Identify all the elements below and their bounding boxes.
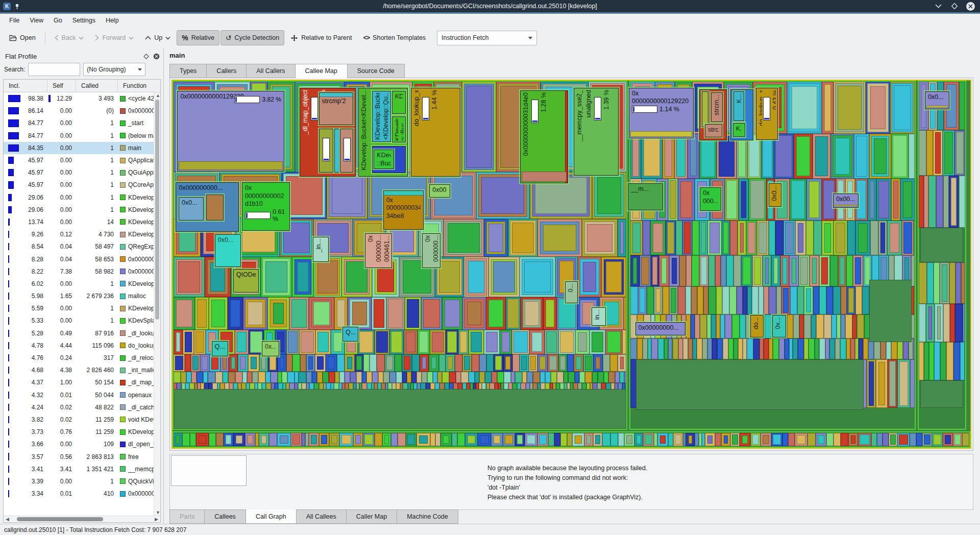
treemap-cell[interactable] [678,179,695,221]
treemap-cell[interactable] [467,383,470,390]
treemap-cell[interactable] [877,433,883,446]
treemap-cell[interactable] [669,286,678,314]
treemap-cell[interactable] [551,372,557,383]
table-row[interactable]: 3.730.7611 259KDevelop:: [4,426,160,438]
treemap-cell[interactable] [926,304,935,342]
treemap-cell[interactable] [871,433,877,446]
treemap-cell[interactable] [922,433,932,446]
treemap-cell[interactable] [526,383,530,390]
treemap-cell[interactable] [278,354,286,372]
treemap-block[interactable]: 0x00000000... [635,322,685,335]
treemap-cell[interactable] [781,286,790,314]
treemap-cell[interactable] [630,134,641,179]
treemap-cell[interactable] [643,433,654,446]
treemap-cell[interactable] [779,338,785,359]
treemap-cell[interactable] [229,383,233,390]
treemap-cell[interactable] [560,383,564,390]
treemap-cell[interactable] [752,255,763,286]
treemap-cell[interactable] [863,338,868,359]
treemap-cell[interactable] [624,372,626,383]
table-row[interactable]: 5.590.001KDevelop:: [4,302,160,314]
treemap-cell[interactable] [788,433,795,446]
close-button[interactable] [966,2,975,11]
treemap-cell[interactable] [233,383,238,390]
treemap-cell[interactable] [269,433,277,446]
treemap-block[interactable]: __memcpy_sse2_unaligned1.39 % [574,88,619,176]
treemap-cell[interactable] [319,383,324,390]
treemap-cell[interactable] [876,179,891,221]
treemap-cell[interactable] [643,338,648,359]
treemap-cell[interactable] [949,262,955,304]
treemap-cell[interactable] [402,372,407,383]
treemap-cell[interactable] [545,372,551,383]
treemap-cell[interactable] [598,372,604,383]
treemap-cell[interactable] [190,433,196,446]
treemap-cell[interactable] [233,433,245,446]
table-row[interactable]: 29.060.001KDevelop:: [4,191,160,204]
treemap-cell[interactable] [747,134,761,179]
treemap-cell[interactable] [813,134,830,179]
treemap-cell[interactable] [787,82,822,134]
table-row[interactable]: 45.970.001QCoreAppl [4,179,160,191]
table-row[interactable]: 4.320.0150 044openaux [4,389,160,401]
event-type-select[interactable]: Instruction Fetch [437,31,537,45]
treemap-cell[interactable] [651,255,659,286]
relative-to-parent-button[interactable]: Relative to Parent [285,30,357,45]
treemap-cell[interactable] [525,433,537,446]
treemap-cell[interactable] [700,314,707,339]
treemap-cell[interactable] [601,383,606,390]
treemap-cell[interactable] [241,383,246,390]
treemap-block[interactable]: KDevel...::Bucke... [374,150,394,169]
treemap-cell[interactable] [955,304,962,342]
treemap-cell[interactable] [890,82,914,134]
treemap-cell[interactable] [323,372,329,383]
treemap-cell[interactable] [319,433,329,446]
treemap-cell[interactable] [891,134,909,179]
treemap-cell[interactable] [375,433,382,446]
treemap-cell[interactable] [389,372,396,383]
treemap-cell[interactable] [289,297,309,330]
treemap-cell[interactable] [266,383,271,390]
treemap-cell[interactable] [733,255,741,286]
treemap-cell[interactable] [228,372,235,383]
treemap-cell[interactable] [558,354,567,372]
treemap-cell[interactable] [181,372,186,383]
treemap-cell[interactable] [830,255,838,286]
treemap-cell[interactable] [289,383,295,390]
treemap-cell[interactable] [271,383,275,390]
treemap-cell[interactable] [292,354,300,372]
treemap-cell[interactable] [458,383,462,390]
treemap-cell[interactable] [479,372,485,383]
open-button[interactable]: Open [4,30,41,45]
treemap-cell[interactable] [194,330,206,354]
treemap-cell[interactable] [733,338,738,359]
tab-parts[interactable]: Parts [169,509,205,524]
treemap-cell[interactable] [295,383,299,390]
treemap-cell[interactable] [533,372,540,383]
treemap-cell[interactable] [331,383,334,390]
shorten-templates-button[interactable]: <> Shorten Templates [358,30,431,45]
treemap-cell[interactable] [262,383,266,390]
treemap-block[interactable]: K... [733,123,745,137]
treemap-cell[interactable] [740,433,750,446]
treemap-cell[interactable] [837,314,841,339]
treemap-cell[interactable] [556,383,560,390]
treemap-cell[interactable] [259,433,269,446]
treemap-cell[interactable] [869,134,891,179]
treemap-cell[interactable] [816,314,824,339]
table-row[interactable]: 84.770.001(below mai [4,130,160,142]
treemap-cell[interactable] [620,372,624,383]
maximize-button[interactable] [950,2,959,11]
treemap-cell[interactable] [897,433,910,446]
treemap-cell[interactable] [640,255,651,286]
treemap-cell[interactable] [919,262,927,304]
treemap-cell[interactable] [834,82,866,134]
treemap-cell[interactable] [776,286,782,314]
treemap-cell[interactable] [657,433,668,446]
treemap-cell[interactable] [407,372,411,383]
treemap-block[interactable]: 0... [565,281,578,303]
horizontal-scrollbar-thumb[interactable] [17,517,103,521]
treemap-cell[interactable] [475,372,479,383]
treemap-cell[interactable] [790,179,807,221]
treemap-cell[interactable] [658,338,664,359]
